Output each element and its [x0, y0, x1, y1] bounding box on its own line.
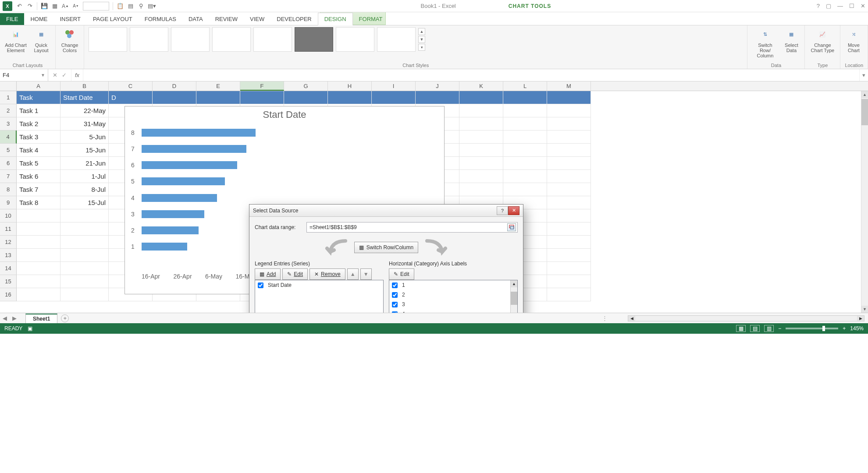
scroll-left-icon[interactable]: ◀	[628, 316, 635, 321]
series-listbox[interactable]: Start Date	[255, 280, 384, 313]
tab-page-layout[interactable]: PAGE LAYOUT	[87, 13, 139, 25]
row-header-13[interactable]: 13	[0, 249, 17, 262]
page-layout-view-icon[interactable]: ▤	[750, 325, 760, 332]
cell-M14[interactable]	[547, 262, 591, 275]
cell-D1[interactable]	[153, 91, 196, 104]
undo-icon[interactable]: ↶	[16, 3, 23, 10]
column-header-B[interactable]: B	[60, 81, 109, 91]
zoom-out-icon[interactable]: −	[778, 325, 781, 332]
enter-formula-icon[interactable]: ✓	[62, 72, 67, 78]
dialog-help-icon[interactable]: ?	[497, 206, 508, 215]
scroll-thumb[interactable]	[861, 99, 868, 125]
cell-L7[interactable]	[503, 170, 547, 183]
cell-K3[interactable]	[459, 117, 503, 131]
minimize-icon[interactable]: —	[837, 3, 843, 9]
fx-label[interactable]: fx	[71, 69, 83, 81]
cell-A13[interactable]	[17, 249, 60, 262]
cell-B4[interactable]: 5-Jun	[60, 131, 109, 144]
table-icon[interactable]: ▤	[127, 3, 134, 10]
cell-B5[interactable]: 15-Jun	[60, 144, 109, 157]
column-header-H[interactable]: H	[328, 81, 372, 91]
cell-K4[interactable]	[459, 131, 503, 144]
change-colors-button[interactable]: Change Colors	[60, 27, 79, 53]
column-header-D[interactable]: D	[153, 81, 196, 91]
cell-A7[interactable]: Task 6	[17, 170, 60, 183]
chart-bar-1[interactable]	[142, 243, 187, 251]
axis-checkbox[interactable]	[392, 311, 398, 313]
axis-item[interactable]: 1	[389, 280, 517, 290]
cell-M12[interactable]	[547, 236, 591, 249]
cell-F1[interactable]	[240, 91, 284, 104]
cell-M16[interactable]	[547, 288, 591, 301]
gallery-more-icon[interactable]: ▾	[418, 44, 425, 51]
zoom-slider[interactable]	[786, 328, 838, 329]
split-grip-icon[interactable]: ⋮	[602, 315, 608, 321]
scroll-up-icon[interactable]: ▲	[511, 280, 517, 287]
column-header-M[interactable]: M	[547, 81, 591, 91]
chart-bar-7[interactable]	[142, 145, 246, 153]
font-size-box[interactable]	[83, 2, 109, 11]
cell-C1[interactable]: D	[109, 91, 153, 104]
series-edit-button[interactable]: ✎Edit	[282, 268, 308, 280]
cell-G1[interactable]	[284, 91, 328, 104]
chart-bar-5[interactable]	[142, 177, 225, 185]
row-header-1[interactable]: 1	[0, 91, 17, 104]
cell-K7[interactable]	[459, 170, 503, 183]
cell-M6[interactable]	[547, 157, 591, 170]
row-header-12[interactable]: 12	[0, 236, 17, 249]
column-header-E[interactable]: E	[196, 81, 240, 91]
column-header-A[interactable]: A	[17, 81, 60, 91]
page-break-view-icon[interactable]: ▥	[764, 325, 774, 332]
paste-icon[interactable]: 📋	[117, 3, 124, 10]
save-icon[interactable]: 💾	[41, 3, 48, 10]
series-checkbox[interactable]	[258, 282, 263, 288]
chart-style-2[interactable]	[130, 27, 168, 52]
select-data-button[interactable]: ▦ Select Data	[783, 27, 800, 53]
zoom-in-icon[interactable]: +	[843, 325, 846, 332]
column-header-L[interactable]: L	[503, 81, 547, 91]
axis-checkbox[interactable]	[392, 302, 398, 307]
switch-row-column-dialog-button[interactable]: ▦ Switch Row/Column	[354, 242, 418, 253]
cell-B7[interactable]: 1-Jul	[60, 170, 109, 183]
cell-M3[interactable]	[547, 117, 591, 131]
cell-K8[interactable]	[459, 183, 503, 196]
close-icon[interactable]: ✕	[861, 3, 865, 9]
change-chart-type-button[interactable]: 📈 Change Chart Type	[809, 27, 836, 53]
cell-A12[interactable]	[17, 236, 60, 249]
column-header-I[interactable]: I	[372, 81, 416, 91]
cell-A9[interactable]: Task 8	[17, 196, 60, 209]
axis-checkbox[interactable]	[392, 282, 398, 288]
cell-A4[interactable]: Task 3	[17, 131, 60, 144]
select-all-corner[interactable]	[0, 81, 17, 91]
redo-icon[interactable]: ↷	[26, 3, 33, 10]
sheet-nav-next-icon[interactable]: ▶	[10, 315, 19, 321]
cell-B6[interactable]: 21-Jun	[60, 157, 109, 170]
row-header-16[interactable]: 16	[0, 288, 17, 301]
help-icon[interactable]: ?	[817, 3, 820, 9]
cell-B1[interactable]: Start Date	[60, 91, 109, 104]
chart-style-5[interactable]	[253, 27, 292, 52]
cell-K5[interactable]	[459, 144, 503, 157]
dialog-close-icon[interactable]: ✕	[508, 206, 519, 215]
cell-M13[interactable]	[547, 249, 591, 262]
cell-I1[interactable]	[372, 91, 416, 104]
cell-B13[interactable]	[60, 249, 109, 262]
cell-A6[interactable]: Task 5	[17, 157, 60, 170]
cell-B9[interactable]: 15-Jul	[60, 196, 109, 209]
font-decrease-icon[interactable]: A▼	[72, 3, 79, 10]
add-chart-element-button[interactable]: 📊 Add Chart Element	[4, 27, 27, 53]
scroll-up-icon[interactable]: ▲	[861, 91, 868, 98]
macro-record-icon[interactable]: ▣	[28, 325, 32, 332]
cell-E1[interactable]	[196, 91, 240, 104]
series-item[interactable]: Start Date	[255, 280, 383, 290]
axis-item[interactable]: 4	[389, 309, 517, 313]
cell-A5[interactable]: Task 4	[17, 144, 60, 157]
tab-data[interactable]: DATA	[182, 13, 209, 25]
chart-style-1[interactable]	[89, 27, 127, 52]
column-header-F[interactable]: F	[240, 81, 284, 91]
chart-title[interactable]: Start Date	[125, 106, 444, 120]
horizontal-scrollbar[interactable]: ◀ ▶	[628, 315, 864, 321]
cell-L4[interactable]	[503, 131, 547, 144]
chart-style-4[interactable]	[212, 27, 251, 52]
cell-B2[interactable]: 22-May	[60, 104, 109, 117]
